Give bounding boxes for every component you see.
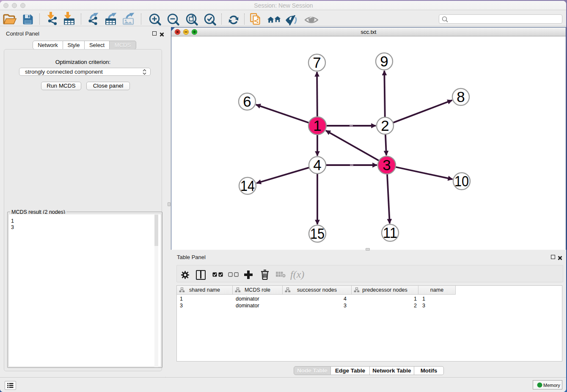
svg-text:14: 14: [240, 177, 255, 194]
svg-text:9: 9: [380, 53, 388, 69]
svg-text:3: 3: [383, 157, 391, 173]
svg-text:10: 10: [454, 173, 469, 189]
svg-text:8: 8: [457, 88, 465, 105]
svg-text:2: 2: [381, 117, 389, 134]
svg-text:4: 4: [313, 157, 321, 173]
svg-text:6: 6: [243, 93, 251, 110]
svg-text:11: 11: [383, 224, 397, 241]
svg-text:15: 15: [310, 225, 325, 242]
svg-text:7: 7: [313, 54, 321, 71]
svg-text:1: 1: [313, 117, 321, 134]
